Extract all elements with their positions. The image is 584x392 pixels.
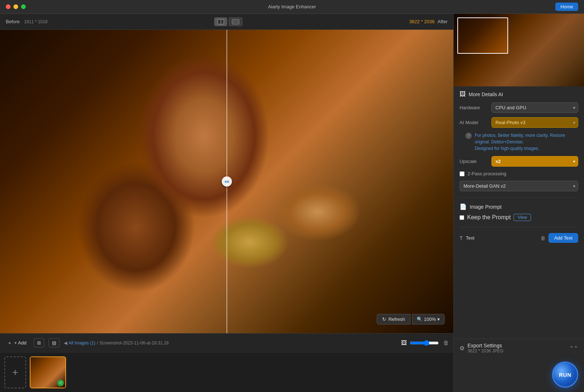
view-prompt-button[interactable]: View — [514, 214, 531, 221]
trash-icon[interactable]: 🗑 — [540, 235, 546, 241]
ai-model-select-wrapper: Real-Photo v3 Standard v3 Standard v2 — [491, 117, 578, 128]
text-section-icon: T — [460, 235, 463, 241]
detail-gan-wrapper: More-Detail GAN v2 More-Detail GAN v1 — [460, 181, 578, 191]
image-prompt-header: 📄 Image Prompt — [460, 203, 578, 210]
split-handle[interactable]: ⇔ — [222, 176, 232, 187]
breadcrumb-separator: / — [97, 340, 98, 346]
before-label: Before — [6, 19, 20, 24]
maximize-button[interactable] — [21, 4, 26, 9]
two-pass-checkbox[interactable] — [460, 171, 465, 176]
zoom-level: 100% — [424, 317, 436, 322]
minimize-button[interactable] — [13, 4, 18, 9]
more-details-section: 🖼 More Details AI — [460, 91, 578, 98]
thumb-check-icon: ✓ — [57, 380, 64, 386]
thumbnail-item[interactable]: ✓ — [30, 356, 66, 388]
export-info: Export Settings 3622 * 2036 JPEG — [467, 343, 567, 354]
after-label: After — [438, 19, 448, 24]
export-settings-bar: ⚙ Export Settings 3622 * 2036 JPEG ⌃⌃ — [454, 339, 584, 357]
keep-prompt-label: Keep the Prompt — [467, 214, 511, 221]
compare-side-button[interactable] — [229, 17, 242, 26]
app-title: Aiarty Image Enhancer — [268, 4, 316, 9]
image-prompt-label: Image Prompt — [470, 204, 502, 210]
upscale-row: Upscale x1 x2 x3 x4 — [460, 156, 578, 167]
hardware-row: Hardware CPU and GPU CPU only GPU only — [460, 102, 578, 113]
hardware-select[interactable]: CPU and GPU CPU only GPU only — [491, 102, 578, 113]
strip-icon: ▤ — [52, 340, 56, 346]
image-bottom-controls: ↻ Refresh 🔍 100% ▾ — [377, 314, 445, 324]
more-details-label: More Details AI — [469, 91, 503, 97]
export-meta: 3622 * 2036 JPEG — [467, 348, 567, 354]
main-layout: Before 1811 * 1018 3622 * 2036 After — [0, 14, 584, 392]
two-pass-row: 2-Pass processing — [460, 171, 578, 176]
zoom-button[interactable]: 🔍 100% ▾ — [412, 314, 445, 324]
ai-model-select[interactable]: Real-Photo v3 Standard v3 Standard v2 — [491, 117, 578, 128]
add-label: + Add — [14, 340, 26, 346]
image-bottom-strip: ＋ + Add ⊞ ▤ ◀ All Images (1) / Screensho… — [0, 333, 453, 352]
upscale-select-wrapper: x1 x2 x3 x4 — [491, 156, 578, 167]
ai-model-hint-row: ? For photos. Better fidelity, more clar… — [465, 132, 578, 152]
run-button-area: RUN — [454, 357, 584, 392]
hardware-label: Hardware — [460, 105, 489, 110]
side-view-icon — [232, 19, 239, 24]
filename-label: Screenshot-2023-11-06-at-18.31.18 — [99, 340, 169, 346]
refresh-label: Refresh — [388, 317, 405, 322]
compare-buttons — [214, 17, 242, 26]
right-panel: 🖼 More Details AI Hardware CPU and GPU C… — [453, 14, 584, 392]
before-dimensions: 1811 * 1018 — [24, 19, 48, 24]
ai-model-label: AI Model — [460, 120, 489, 125]
zoom-chevron-icon: ▾ — [437, 317, 440, 322]
upscale-select[interactable]: x1 x2 x3 x4 — [491, 156, 578, 167]
compare-split-button[interactable] — [214, 17, 227, 26]
home-button[interactable]: Home — [555, 3, 578, 11]
close-button[interactable] — [6, 4, 11, 9]
breadcrumb: ◀ All Images (1) / Screenshot-2023-11-06… — [64, 340, 169, 346]
size-slider-input[interactable] — [410, 340, 439, 346]
keep-prompt-checkbox[interactable] — [460, 215, 464, 220]
ai-model-hint-text: For photos. Better fidelity, more clarit… — [475, 132, 578, 152]
two-pass-label: 2-Pass processing — [467, 171, 506, 176]
before-section: Before 1811 * 1018 — [6, 19, 48, 24]
add-image-button[interactable]: ＋ + Add — [4, 338, 29, 348]
image-prompt-icon: 📄 — [460, 203, 467, 210]
thumbnail-size-slider: 🖼 — [401, 340, 439, 346]
upscale-label: Upscale — [460, 159, 489, 164]
image-size-icon: 🖼 — [401, 340, 407, 346]
detail-gan-select[interactable]: More-Detail GAN v2 More-Detail GAN v1 — [460, 181, 578, 191]
all-images-link[interactable]: All Images (1) — [69, 340, 95, 346]
run-button[interactable]: RUN — [552, 362, 578, 388]
divider-2 — [460, 227, 578, 227]
view-grid-button[interactable]: ⊞ — [34, 338, 44, 347]
refresh-button[interactable]: ↻ Refresh — [377, 314, 411, 324]
text-section-label: Text — [466, 235, 537, 241]
title-bar: Aiarty Image Enhancer Home — [0, 0, 584, 14]
thumbnails-area: + ✓ — [0, 352, 453, 392]
add-thumb-icon: + — [12, 367, 18, 378]
ai-model-row: AI Model Real-Photo v3 Standard v3 Stand… — [460, 117, 578, 128]
view-strip-button[interactable]: ▤ — [49, 338, 60, 347]
text-section: T Text 🗑 Add Text — [460, 233, 578, 243]
more-details-icon: 🖼 — [460, 91, 466, 98]
after-section: 3622 * 2036 After — [409, 19, 448, 24]
preview-thumbnail — [454, 14, 584, 86]
traffic-lights — [6, 4, 26, 9]
export-expand-icon[interactable]: ⌃⌃ — [569, 345, 578, 351]
image-canvas[interactable]: ⇔ ↻ Refresh 🔍 100% ▾ — [0, 30, 453, 333]
refresh-icon: ↻ — [382, 317, 386, 322]
split-arrows-icon: ⇔ — [224, 178, 229, 185]
add-thumbnail-button[interactable]: + — [4, 356, 26, 388]
add-text-button[interactable]: Add Text — [548, 233, 578, 243]
image-top-bar: Before 1811 * 1018 3622 * 2036 After — [0, 14, 453, 30]
image-prompt-section: 📄 Image Prompt Keep the Prompt View — [460, 203, 578, 221]
image-panel: Before 1811 * 1018 3622 * 2036 After — [0, 14, 453, 392]
after-dimensions: 3622 * 2036 — [409, 19, 434, 24]
preview-viewport[interactable] — [457, 17, 508, 54]
keep-prompt-row: Keep the Prompt View — [460, 214, 578, 221]
zoom-icon: 🔍 — [417, 317, 422, 322]
grid-icon: ⊞ — [37, 340, 41, 346]
delete-button[interactable]: 🗑 — [443, 340, 449, 346]
plus-icon: ＋ — [7, 340, 12, 346]
right-settings: 🖼 More Details AI Hardware CPU and GPU C… — [454, 86, 584, 339]
hint-icon: ? — [465, 132, 472, 139]
back-icon: ◀ — [64, 340, 67, 346]
export-icon: ⚙ — [460, 345, 465, 352]
